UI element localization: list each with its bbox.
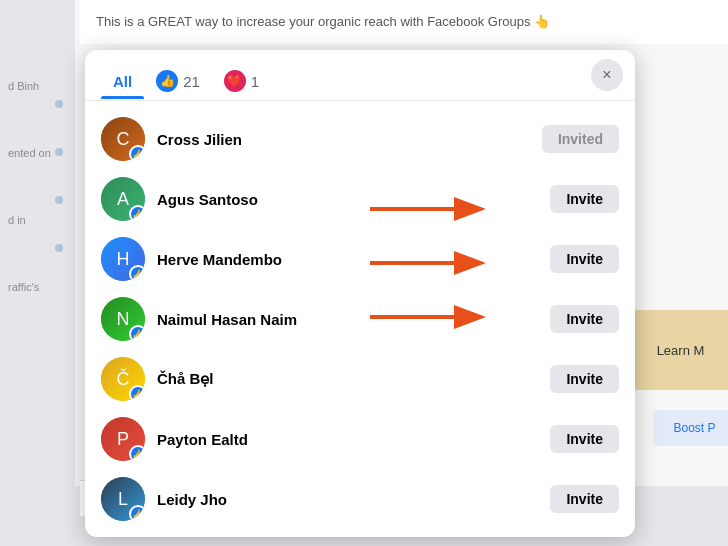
sidebar-labels: d Binh ented on d in raffic's — [0, 80, 75, 293]
tab-likes-count: 21 — [183, 73, 200, 90]
avatar: P 👍 — [101, 417, 145, 461]
person-row: C 👍 Cross Jilien Invited — [85, 109, 635, 169]
avatar: Č 👍 — [101, 357, 145, 401]
avatar: H 👍 — [101, 237, 145, 281]
background-post: This is a GREAT way to increase your org… — [80, 0, 728, 44]
reaction-badge: 👍 — [129, 145, 145, 161]
person-row: A 👍 Agus Santoso Invite — [85, 169, 635, 229]
person-row: Č 👍 Čhå Bẹl Invite — [85, 349, 635, 409]
reaction-badge: 👍 — [129, 265, 145, 281]
person-row: P 👍 Payton Ealtd Invite — [85, 409, 635, 469]
person-name: Agus Santoso — [157, 191, 550, 208]
invite-button[interactable]: Invite — [550, 305, 619, 333]
avatar: N 👍 — [101, 297, 145, 341]
dot-1 — [55, 100, 63, 108]
reactions-tabs: All 👍 21 ❤️ 1 × — [85, 50, 635, 101]
avatar: L 👍 — [101, 477, 145, 521]
tab-likes[interactable]: 👍 21 — [144, 62, 212, 100]
reaction-badge: 👍 — [129, 325, 145, 341]
arrow-3 — [370, 302, 490, 332]
loves-badge: ❤️ — [224, 70, 246, 92]
people-list: C 👍 Cross Jilien Invited A 👍 Agus Santos… — [85, 101, 635, 537]
sidebar-label-4: raffic's — [8, 281, 75, 293]
tab-all[interactable]: All — [101, 65, 144, 98]
person-row: L 👍 Leidy Jho Invite — [85, 469, 635, 529]
person-row: H 👍 Herve Mandembo Invite — [85, 229, 635, 289]
close-icon: × — [602, 66, 611, 84]
tab-loves[interactable]: ❤️ 1 — [212, 62, 271, 100]
invite-button[interactable]: Invite — [550, 365, 619, 393]
dot-3 — [55, 196, 63, 204]
person-name: Cross Jilien — [157, 131, 542, 148]
invite-button[interactable]: Invite — [550, 425, 619, 453]
invite-button[interactable]: Invite — [550, 245, 619, 273]
tab-all-label: All — [113, 73, 132, 90]
likes-badge: 👍 — [156, 70, 178, 92]
close-button[interactable]: × — [591, 59, 623, 91]
person-row: N 👍 Naimul Hasan Naim Invite — [85, 289, 635, 349]
learn-more-button[interactable]: Learn M — [633, 310, 728, 390]
arrow-1 — [370, 194, 490, 224]
reaction-badge: 👍 — [129, 445, 145, 461]
reaction-badge: 👍 — [129, 385, 145, 401]
person-name: Payton Ealtd — [157, 431, 550, 448]
invite-modal: All 👍 21 ❤️ 1 × C 👍 Cross Jilien Invit — [85, 50, 635, 537]
arrow-2 — [370, 248, 490, 278]
sidebar-label-2: ented on — [8, 147, 75, 159]
person-name: Herve Mandembo — [157, 251, 550, 268]
tab-loves-count: 1 — [251, 73, 259, 90]
invited-button[interactable]: Invited — [542, 125, 619, 153]
sidebar-label-3: d in — [8, 214, 75, 226]
reaction-badge: 👍 — [129, 205, 145, 221]
heart-icon: ❤️ — [227, 74, 242, 88]
invite-button[interactable]: Invite — [550, 485, 619, 513]
dot-4 — [55, 244, 63, 252]
sidebar-dots — [55, 100, 63, 252]
dot-2 — [55, 148, 63, 156]
reaction-badge: 👍 — [129, 505, 145, 521]
thumb-up-icon: 👍 — [160, 74, 175, 88]
avatar: A 👍 — [101, 177, 145, 221]
person-name: Leidy Jho — [157, 491, 550, 508]
avatar: C 👍 — [101, 117, 145, 161]
boost-button[interactable]: Boost P — [653, 410, 728, 446]
invite-button[interactable]: Invite — [550, 185, 619, 213]
person-name: Naimul Hasan Naim — [157, 311, 550, 328]
sidebar-label-1: d Binh — [8, 80, 75, 92]
person-name: Čhå Bẹl — [157, 370, 550, 388]
